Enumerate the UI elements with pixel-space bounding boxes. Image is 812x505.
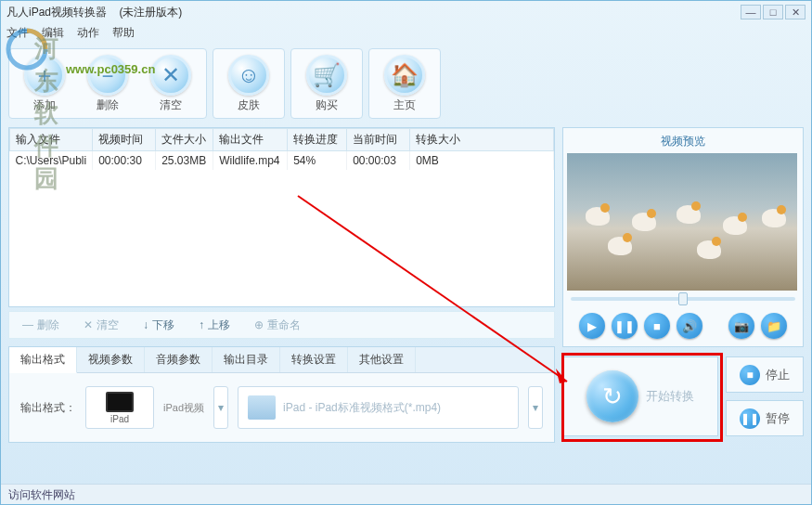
menubar: 文件 编辑 动作 帮助 [1,23,811,42]
pause-icon: ❚❚ [614,319,635,333]
tab-output-dir[interactable]: 输出目录 [213,347,280,372]
statusbar: 访问软件网站 [1,484,811,504]
stop-convert-button[interactable]: ■ 停止 [726,356,804,393]
toolbar: ＋ 添加 － 删除 ✕ 清空 ☺ 皮肤 🛒 购买 [8,45,804,122]
tab-audio-params[interactable]: 音频参数 [145,347,213,372]
format-selector[interactable]: iPad - iPad标准视频格式(*.mp4) [238,386,519,429]
window-subtitle: (未注册版本) [119,6,182,19]
menu-edit[interactable]: 编辑 [42,25,64,41]
list-move-up[interactable]: ↑上移 [199,317,230,333]
plus-icon: ＋ [24,55,65,96]
menu-file[interactable]: 文件 [6,25,29,41]
tab-other-settings[interactable]: 其他设置 [348,347,416,372]
skin-button[interactable]: ☺ 皮肤 [217,51,280,116]
titlebar: 凡人iPad视频转换器 (未注册版本) — □ ✕ [1,1,811,23]
list-clear[interactable]: ✕清空 [84,317,119,333]
cart-icon: 🛒 [306,55,347,96]
menu-action[interactable]: 动作 [77,25,99,41]
col-vtime[interactable]: 视频时间 [93,129,156,151]
convert-icon: ↻ [586,370,638,422]
start-convert-button[interactable]: ↻ 开始转换 [562,356,718,436]
col-progress[interactable]: 转换进度 [288,129,347,151]
minimize-button[interactable]: — [741,5,761,19]
app-window: 凡人iPad视频转换器 (未注册版本) — □ ✕ 文件 编辑 动作 帮助 河东… [0,0,812,505]
chevron-down-icon: ▾ [218,401,224,414]
maximize-button[interactable]: □ [763,5,783,19]
device-label: iPad视频 [163,401,204,415]
volume-button[interactable]: 🔊 [677,313,702,339]
col-ctime[interactable]: 当前时间 [347,129,410,151]
toolbar-group-edit: ＋ 添加 － 删除 ✕ 清空 [8,48,207,119]
x-icon: ✕ [150,55,191,96]
file-table[interactable]: 输入文件 视频时间 文件大小 输出文件 转换进度 当前时间 转换大小 C:\Us… [9,128,554,170]
toolbar-group-home: 🏠 主页 [368,48,441,119]
close-button[interactable]: ✕ [785,5,806,19]
smile-icon: ☺ [228,55,269,96]
table-row[interactable]: C:\Users\Publi 00:00:30 25.03MB Wildlife… [10,151,554,171]
preview-title: 视频预览 [567,132,799,153]
list-actions-bar: —删除 ✕清空 ↓下移 ↑上移 ⊕重命名 [8,311,555,339]
pause-icon: ❚❚ [740,408,760,429]
list-rename[interactable]: ⊕重命名 [254,317,301,333]
arrow-up-icon: ↑ [199,318,204,331]
format-dropdown-arrow[interactable]: ▾ [528,386,543,429]
arrow-down-icon: ↓ [143,318,148,331]
home-button[interactable]: 🏠 主页 [373,51,436,116]
rename-icon: ⊕ [254,318,264,331]
playback-controls: ▶ ❚❚ ■ 🔊 📷 📁 [567,307,799,343]
folder-icon: 📁 [767,319,781,333]
tab-body-output: 输出格式： iPad iPad视频 ▾ iPad - iPad标准视频格式(*.… [9,373,554,442]
delete-button[interactable]: － 删除 [76,51,139,116]
col-input[interactable]: 输入文件 [10,129,93,151]
seek-slider[interactable] [567,291,799,307]
menu-help[interactable]: 帮助 [112,25,135,41]
play-button[interactable]: ▶ [579,313,605,339]
camera-icon: 📷 [734,319,749,333]
video-preview[interactable] [567,153,797,291]
pause-convert-button[interactable]: ❚❚ 暂停 [726,400,804,436]
status-link[interactable]: 访问软件网站 [8,488,75,501]
col-csize[interactable]: 转换大小 [410,129,554,151]
list-delete[interactable]: —删除 [22,317,59,333]
open-folder-button[interactable]: 📁 [761,313,787,339]
toolbar-group-buy: 🛒 购买 [290,48,363,119]
window-title: 凡人iPad视频转换器 [6,6,107,19]
buy-button[interactable]: 🛒 购买 [295,51,358,116]
home-icon: 🏠 [384,55,425,96]
video-frame [567,153,797,291]
device-dropdown-arrow[interactable]: ▾ [213,386,228,429]
list-move-down[interactable]: ↓下移 [143,317,174,333]
tab-video-params[interactable]: 视频参数 [77,347,145,372]
slider-thumb[interactable] [678,292,688,305]
tab-output-format[interactable]: 输出格式 [9,347,77,373]
speaker-icon: 🔊 [682,319,697,333]
package-icon [248,395,276,420]
file-list-panel: 输入文件 视频时间 文件大小 输出文件 转换进度 当前时间 转换大小 C:\Us… [8,127,555,307]
ipad-icon [106,392,134,412]
minus-icon: － [87,55,128,96]
settings-tabs: 输出格式 视频参数 音频参数 输出目录 转换设置 其他设置 [9,347,554,373]
snapshot-button[interactable]: 📷 [728,313,754,339]
preview-panel: 视频预览 ▶ ❚❚ [562,127,804,347]
chevron-down-icon: ▾ [533,401,538,414]
pause-button[interactable]: ❚❚ [612,313,638,339]
toolbar-group-skin: ☺ 皮肤 [213,48,285,119]
play-icon: ▶ [587,319,597,333]
stop-icon: ■ [740,365,760,385]
clear-button[interactable]: ✕ 清空 [139,51,202,116]
settings-panel: 输出格式 视频参数 音频参数 输出目录 转换设置 其他设置 输出格式： iPad… [8,346,555,443]
tab-convert-settings[interactable]: 转换设置 [280,347,348,372]
stop-icon: ■ [653,319,661,333]
x-icon: ✕ [84,318,93,331]
device-selector[interactable]: iPad [85,386,154,429]
col-output[interactable]: 输出文件 [213,129,288,151]
action-area: ↻ 开始转换 ■ 停止 ❚❚ 暂停 [562,356,804,436]
minus-icon: — [22,318,33,331]
stop-button[interactable]: ■ [644,313,670,339]
add-button[interactable]: ＋ 添加 [13,51,76,116]
col-fsize[interactable]: 文件大小 [156,129,213,151]
output-format-label: 输出格式： [20,400,76,416]
